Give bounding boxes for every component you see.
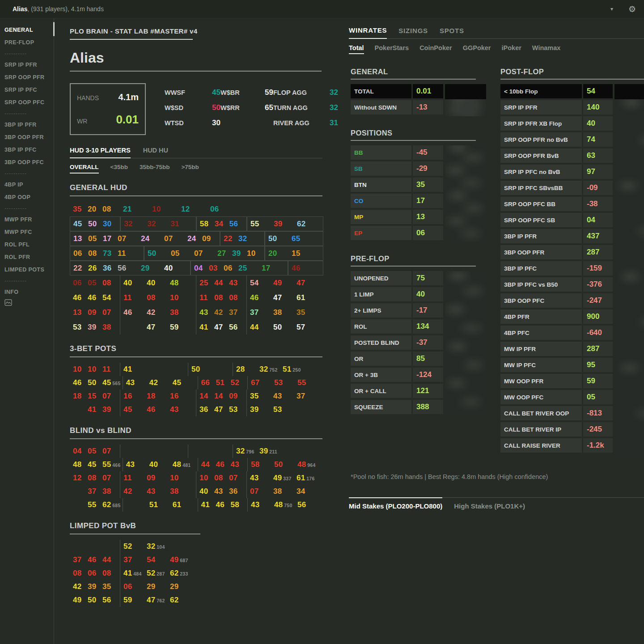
pool-footnote: *Pool no fish: 26m hands | Best Regs: 4.… [351,473,644,480]
site-tab-pokerstars[interactable]: PokerStars [375,44,409,54]
stake-tab-high-stakes-plo1k[interactable]: High Stakes (PLO1K+) [454,502,525,510]
image-icon[interactable] [0,298,54,307]
hud-stat: 48 [170,279,193,288]
sidebar-item-limped-pots[interactable]: LIMPED POTS [0,263,54,276]
hud-stat: 08 [73,569,88,578]
tab-winrates[interactable]: WINRATES [349,26,387,39]
sidebar-item-mwp-pfr[interactable]: MWP PFR [0,213,54,226]
quick-stat-value: 50 [212,103,220,112]
section-rule [70,438,322,439]
row-value: 287 [583,245,613,259]
hud-stat: 10 [170,293,193,302]
site-tab-ipoker[interactable]: iPoker [502,44,521,54]
hud-group: 110910 [120,471,196,485]
hud-stat: 31 [170,220,194,229]
hud-group: 484555466 [70,458,123,471]
gear-icon[interactable]: ⚙ [628,4,636,14]
quick-stat-label: TURN AGG [273,104,308,111]
tab-35bb-75bb[interactable]: 35bb-75bb [140,164,170,174]
hud-stat: 36 [199,405,214,414]
hud-group: 040507 [70,445,120,458]
hud-stat: 43 [273,392,297,401]
hud-stat: 07 [229,474,244,483]
hud-stat: 43 [126,460,149,469]
page-title: Alias [70,50,322,72]
sidebar-item-rol-pfl[interactable]: ROL PFL [0,238,54,251]
tab-overall[interactable]: OVERALL [70,164,99,174]
row-label: MW IP PFC [500,358,582,372]
quick-stat-label: WWSF [165,89,185,96]
tab-hud-3-10-players[interactable]: HUD 3-10 PLAYERS [70,147,131,158]
hud-stat: 62 [170,596,193,605]
tab-spots[interactable]: SPOTS [440,27,464,38]
hud-stat: 08 [147,293,170,302]
site-tab-ggpoker[interactable]: GGPoker [463,44,491,54]
row-value: -245 [583,422,613,436]
hud-stat: 37 [250,308,273,317]
sidebar-item-mwp-pfc[interactable]: MWP PFC [0,226,54,238]
hud-stat: 17 [262,264,285,273]
hud-stat: 50 [268,234,292,243]
hud-stat: 52287 [147,569,170,578]
hud-stat: 40 [149,460,173,469]
scrollbar-thumb[interactable] [53,22,55,36]
row-label: EP [351,226,411,240]
sidebar-item-general[interactable]: GENERAL [0,24,54,36]
site-tab-coinpoker[interactable]: CoinPoker [419,44,452,54]
table-row: SRP IP PFR XB Flop40 [500,116,613,131]
hud-stat: 13 [73,234,88,243]
hud-stat: 04 [73,447,88,456]
hud-stat: 03 [209,264,224,273]
hud-group: 3279639211 [233,445,323,458]
hud-stat: 62 [297,220,320,229]
section-rule [70,195,322,196]
hud-stat: 10 [199,474,214,483]
hud-row: 41394546433647533953 [70,403,323,416]
sidebar-item-srp-oop-pfr[interactable]: SRP OOP PFR [0,71,54,84]
stake-tab-mid-stakes-plo200-plo800[interactable]: Mid Stakes (PLO200-PLO800) [349,502,442,510]
sidebar-divider-dashes: ---------- [0,203,54,213]
site-tab-total[interactable]: Total [349,44,364,54]
sidebar-item-srp-ip-pfc[interactable]: SRP IP PFC [0,84,54,96]
sidebar: GENERALPRE-FLOP----------SRP IP PFRSRP O… [0,18,54,644]
hud-row: 465045565434245665152675355 [70,376,323,390]
quick-stat-label: FLOP AGG [273,89,307,96]
row-label: POSTED BLIND [351,335,411,350]
sidebar-item-3bp-ip-pfc[interactable]: 3BP IP PFC [0,144,54,156]
blurred-graph-strip [445,84,486,116]
tab-75bb[interactable]: >75bb [181,164,199,174]
sidebar-item-3bp-oop-pfc[interactable]: 3BP OOP PFC [0,156,54,169]
chevron-down-icon[interactable]: ▾ [610,6,613,12]
sidebar-item-3bp-oop-pfr[interactable]: 3BP OOP PFR [0,131,54,144]
table-row: MW OOP PFR59 [500,374,613,388]
tab-hud-hu[interactable]: HUD HU [143,147,168,158]
sidebar-item-pre-flop[interactable]: PRE-FLOP [0,36,54,49]
hud-stat: 61176 [297,474,320,483]
hud-stat: 47 [273,293,297,302]
row-value: 0.01 [413,84,443,98]
hud-group: 1305170724072409 [70,231,220,246]
tab-35bb[interactable]: <35bb [110,164,128,174]
row-label: CO [351,194,411,208]
sidebar-item-srp-oop-pfc[interactable]: SRP OOP PFC [0,96,54,109]
hud-group: 585048964 [247,458,323,471]
row-label: BB [351,145,411,160]
sidebar-item-info[interactable]: INFO [0,286,54,298]
hud-sample-size: 211 [269,449,277,454]
table-row: 3BP OOP PFC-247 [500,293,613,308]
sidebar-item-rol-pfr[interactable]: ROL PFR [0,251,54,263]
sidebar-item-4bp-oop[interactable]: 4BP OOP [0,191,54,203]
section-title: PRE-FLOP [351,254,491,263]
hud-sample-size: 565 [112,381,120,386]
hud-stat: 46 [73,378,88,387]
sidebar-item-4bp-ip[interactable]: 4BP IP [0,178,54,191]
sidebar-item-3bp-ip-pfr[interactable]: 3BP IP PFR [0,119,54,131]
site-tab-winamax[interactable]: Winamax [532,44,561,54]
row-value: 17 [413,194,443,208]
sidebar-item-srp-ip-pfr[interactable]: SRP IP PFR [0,59,54,71]
hud-group: 073834 [246,485,323,498]
quick-stat: WTSD30 [165,115,220,131]
tab-sizings[interactable]: SIZINGS [398,27,428,38]
hud-stat: 55 [297,378,321,387]
hud-group: 445057 [246,320,323,335]
